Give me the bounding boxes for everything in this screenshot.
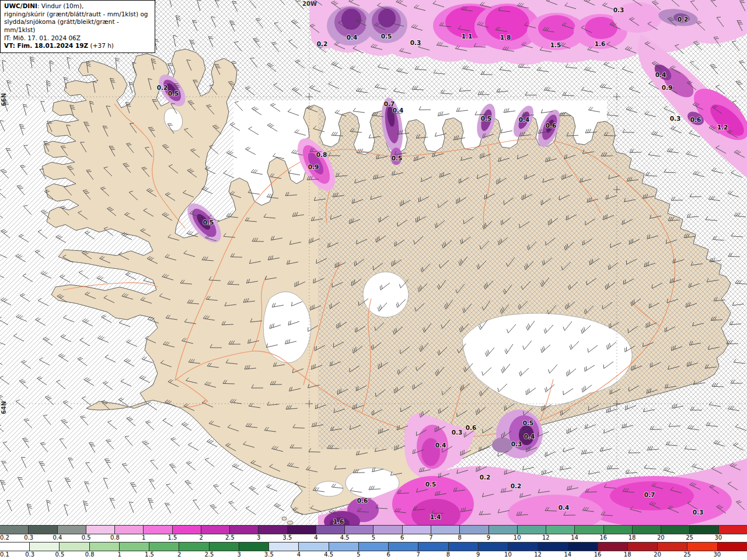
legend-tick-label: 25	[683, 551, 691, 558]
legend-tick-label: 5	[357, 551, 360, 558]
lat-label-66n: 66N	[1, 93, 7, 106]
precip-value-label: 0.2	[480, 474, 491, 481]
precip-value-label: 0.7	[644, 491, 655, 498]
precip-value-label: 0.4	[558, 504, 570, 511]
colorbar-rain	[0, 542, 747, 551]
legend-cell	[149, 542, 179, 551]
precip-value-label: 0.3	[693, 509, 704, 516]
header-line-1: UWC/DINI: Vindur (10m),	[4, 2, 151, 10]
legend-cell	[719, 526, 747, 534]
legend-cell	[633, 526, 661, 534]
legend-cell	[259, 526, 287, 534]
legend-cell	[299, 542, 329, 551]
legend-tick-label: 16	[594, 551, 602, 558]
legend-cell	[329, 542, 359, 551]
precip-value-label: 0.4	[435, 442, 446, 449]
precip-value-label: 0.4	[347, 34, 358, 41]
map-area: 0.20.40.50.31.11.81.51.60.30.20.40.90.30…	[0, 0, 747, 525]
legend-tick-label: 25	[686, 534, 693, 541]
weather-map-page: 0.20.40.50.31.11.81.51.60.30.20.40.90.30…	[0, 0, 747, 560]
precip-value-label: 0.6	[357, 497, 368, 504]
legend-cell	[489, 526, 518, 534]
legend-tick-label: 2	[199, 534, 203, 541]
legend-cell	[86, 526, 115, 534]
legend-tick-label: 0.3	[25, 551, 34, 558]
legend-cell	[30, 542, 60, 551]
legend-cell	[179, 542, 209, 551]
legend-tick-label: 20	[654, 551, 661, 558]
precip-value-label: 0.2	[678, 16, 689, 23]
legend-tick-label: 16	[599, 534, 607, 541]
legend-tick-label: 0.1	[0, 551, 9, 558]
legend-cell	[538, 542, 568, 551]
precip-value-label: 0.9	[662, 84, 673, 91]
legend-cell	[201, 526, 230, 534]
precip-value-label: 0.5	[168, 90, 179, 97]
legend-tick-label: 20	[657, 534, 665, 541]
precip-value-label: 0.3	[511, 440, 522, 447]
legend-cell	[575, 526, 603, 534]
legend-tick-label: 0.3	[24, 534, 33, 541]
precip-value-label: 0.4	[655, 71, 666, 78]
legend-cell	[316, 526, 345, 534]
precip-value-label: 1.6	[333, 518, 344, 525]
legend-tick-label: 2	[177, 551, 181, 558]
parameter-label: : Vindur (10m),	[37, 2, 84, 9]
legend-colorbars: 0.20.30.40.50.811.522.533.544.5567891012…	[0, 525, 747, 560]
island-vestmannaeyjar-1	[282, 517, 287, 520]
precip-value-label: 0.3	[452, 429, 463, 436]
legend-cell	[431, 526, 460, 534]
legend-cell	[518, 526, 546, 534]
legend-cell	[239, 542, 269, 551]
legend-cell	[658, 542, 687, 551]
legend-cell	[0, 526, 29, 534]
legend-tick-label: 8	[446, 551, 450, 558]
legend-tick-label: 9	[487, 534, 490, 541]
precip-value-label: 0.9	[308, 163, 319, 170]
legend-tick-label: 18	[629, 534, 636, 541]
legend-tick-label: 7	[429, 534, 432, 541]
colorbar-rain-labels: 0.10.30.50.811.522.533.544.5567891012141…	[0, 551, 747, 559]
precip-value-label: 0.3	[670, 115, 681, 122]
legend-cell	[460, 526, 488, 534]
precip-value-label: 0.8	[316, 151, 327, 158]
valid-time-line: VT: Fim. 18.01.2024 19Z (+37 h)	[4, 42, 151, 50]
precip-value-label: 0.3	[410, 39, 421, 46]
legend-tick-label: 6	[386, 551, 390, 558]
legend-tick-label: 0.8	[110, 534, 120, 541]
precip-value-label: 1.1	[462, 33, 473, 40]
precip-value-label: 1.5	[550, 41, 561, 48]
legend-tick-label: 2.5	[225, 534, 235, 541]
legend-tick-label: 0.2	[0, 534, 9, 541]
legend-tick-label: 3.5	[264, 551, 274, 558]
legend-tick-label: 3	[237, 551, 240, 558]
legend-cell	[389, 542, 418, 551]
legend-tick-label: 0.5	[82, 534, 91, 541]
legend-cell	[58, 526, 86, 534]
legend-cell	[403, 526, 431, 534]
precip-value-label: 0.5	[203, 219, 214, 226]
legend-tick-label: 4	[314, 534, 317, 541]
lat-label-64n: 64N	[1, 401, 7, 414]
glacier-hofsjokull	[363, 272, 409, 317]
legend-cell	[418, 542, 448, 551]
legend-tick-label: 4.5	[324, 551, 333, 558]
precip-value-label: 0.2	[511, 482, 522, 489]
legend-cell	[210, 542, 239, 551]
island-vestmannaeyjar-2	[287, 521, 293, 524]
legend-cell	[508, 542, 538, 551]
legend-tick-label: 10	[504, 551, 512, 558]
precip-value-label: 1.6	[595, 40, 606, 47]
legend-tick-label: 12	[542, 534, 550, 541]
legend-tick-label: 1.5	[167, 534, 177, 541]
header-line-3: slydda/snjókoma (grátt/bleikt/grænt - mm…	[4, 18, 151, 34]
legend-tick-label: 1	[118, 551, 121, 558]
precip-value-label: 1.4	[430, 513, 441, 520]
legend-tick-label: 30	[713, 551, 721, 558]
glacier-eyjafjallajokull	[315, 481, 343, 496]
precip-value-label: 0.4	[519, 116, 530, 123]
legend-cell	[374, 526, 402, 534]
legend-cell	[718, 542, 747, 551]
forecast-header: UWC/DINI: Vindur (10m), rigning/skúrir (…	[0, 0, 155, 53]
legend-cell	[288, 526, 316, 534]
